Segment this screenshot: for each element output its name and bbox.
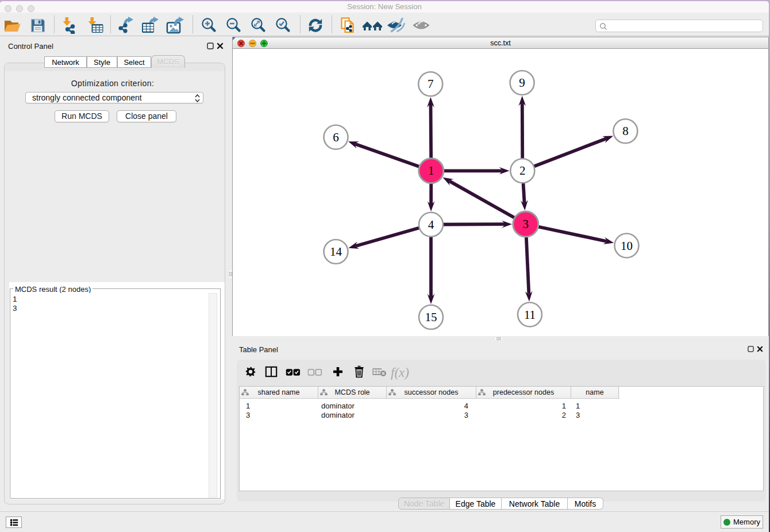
svg-text:1: 1 [428,164,434,178]
svg-text:10: 10 [621,239,633,253]
svg-text:7: 7 [428,77,434,91]
svg-text:2: 2 [519,164,526,178]
svg-text:6: 6 [333,130,339,144]
svg-text:3: 3 [523,217,529,231]
svg-text:15: 15 [425,310,437,324]
svg-text:11: 11 [524,308,536,322]
svg-text:14: 14 [330,245,342,259]
svg-text:8: 8 [622,124,629,138]
svg-text:4: 4 [428,218,434,232]
svg-text:9: 9 [519,76,525,90]
